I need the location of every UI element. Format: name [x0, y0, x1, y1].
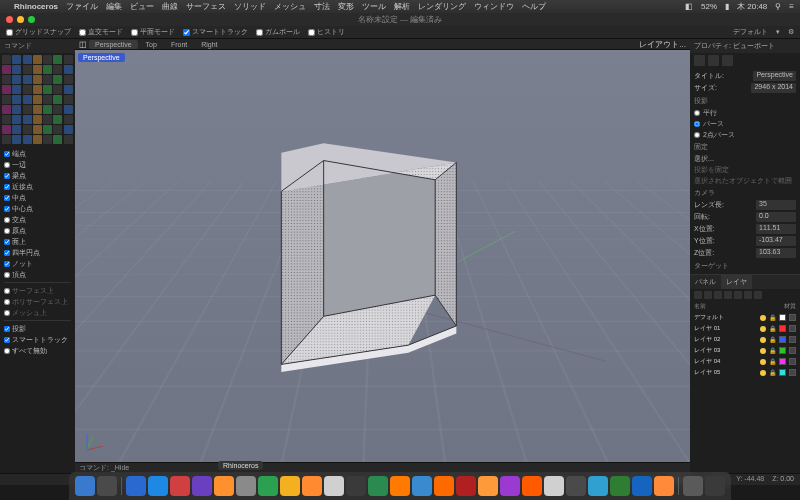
osnap-ex-1[interactable] [4, 299, 10, 305]
color-swatch[interactable] [779, 325, 786, 332]
menu-window[interactable]: ウィンドウ [474, 1, 514, 12]
tab-front[interactable]: Front [165, 40, 193, 49]
osnap-b-0[interactable] [4, 326, 10, 332]
tool-button[interactable] [64, 135, 73, 144]
props-tab-icon[interactable] [722, 55, 733, 66]
tool-button[interactable] [53, 55, 62, 64]
tool-button[interactable] [23, 75, 32, 84]
tool-button[interactable] [23, 95, 32, 104]
tool-button[interactable] [2, 105, 11, 114]
osnap-11[interactable] [4, 272, 10, 278]
dock-app[interactable] [478, 476, 498, 496]
props-tab-icon[interactable] [708, 55, 719, 66]
color-swatch[interactable] [779, 347, 786, 354]
cam-field[interactable]: 103.63 [756, 248, 796, 258]
dock-app[interactable] [214, 476, 234, 496]
layer-tool-icon[interactable] [744, 291, 752, 299]
osnap-1[interactable] [4, 162, 10, 168]
tool-button[interactable] [43, 135, 52, 144]
search-icon[interactable]: ⚲ [775, 2, 781, 11]
gridsnap-toggle[interactable] [6, 29, 13, 36]
tool-button[interactable] [12, 95, 21, 104]
tool-button[interactable] [2, 55, 11, 64]
app-menu[interactable]: Rhinoceros [14, 2, 58, 11]
history-toggle[interactable] [308, 29, 315, 36]
dock-app[interactable] [324, 476, 344, 496]
dock-app[interactable] [192, 476, 212, 496]
tool-button[interactable] [23, 125, 32, 134]
tool-button[interactable] [53, 85, 62, 94]
material-swatch[interactable] [789, 369, 796, 376]
menu-transform[interactable]: 変形 [338, 1, 354, 12]
osnap-5[interactable] [4, 206, 10, 212]
panel-tab[interactable]: パネル [690, 275, 721, 289]
dock-app[interactable] [683, 476, 703, 496]
osnap-10[interactable] [4, 261, 10, 267]
viewport-label[interactable]: Perspective [78, 53, 125, 62]
proj-parallel[interactable] [694, 110, 700, 116]
menu-help[interactable]: ヘルプ [522, 1, 546, 12]
dock-app[interactable] [126, 476, 146, 496]
menu-curve[interactable]: 曲線 [162, 1, 178, 12]
dock-app[interactable] [280, 476, 300, 496]
menu-dim[interactable]: 寸法 [314, 1, 330, 12]
layer-row[interactable]: レイヤ 04🔒 [690, 356, 800, 367]
layer-tool-icon[interactable] [704, 291, 712, 299]
tab-right[interactable]: Right [195, 40, 223, 49]
tool-button[interactable] [2, 65, 11, 74]
color-swatch[interactable] [779, 369, 786, 376]
color-swatch[interactable] [779, 314, 786, 321]
cube-object[interactable] [260, 124, 470, 374]
tool-button[interactable] [43, 85, 52, 94]
tool-button[interactable] [43, 105, 52, 114]
tool-button[interactable] [64, 75, 73, 84]
menu-tools[interactable]: ツール [362, 1, 386, 12]
osnap-6[interactable] [4, 217, 10, 223]
tool-button[interactable] [23, 115, 32, 124]
material-swatch[interactable] [789, 336, 796, 343]
props-tab-icon[interactable] [694, 55, 705, 66]
lock-select[interactable]: 選択... [694, 154, 714, 164]
tool-button[interactable] [12, 75, 21, 84]
lock-icon[interactable]: 🔒 [769, 336, 776, 343]
viewport[interactable]: Perspective [75, 50, 690, 462]
minimize-button[interactable] [17, 16, 24, 23]
color-swatch[interactable] [779, 336, 786, 343]
material-swatch[interactable] [789, 358, 796, 365]
tool-button[interactable] [53, 135, 62, 144]
lock-icon[interactable]: 🔒 [769, 358, 776, 365]
proj-perspective[interactable] [694, 121, 700, 127]
tool-button[interactable] [33, 95, 42, 104]
dock-app[interactable] [170, 476, 190, 496]
tool-button[interactable] [23, 55, 32, 64]
cam-field[interactable]: 0.0 [756, 212, 796, 222]
menu-render[interactable]: レンダリング [418, 1, 466, 12]
layer-row[interactable]: レイヤ 05🔒 [690, 367, 800, 378]
material-swatch[interactable] [789, 347, 796, 354]
proj-2pt[interactable] [694, 132, 700, 138]
dock-app[interactable] [75, 476, 95, 496]
osnap-ex-0[interactable] [4, 288, 10, 294]
osnap-disable[interactable] [4, 348, 10, 354]
layer-tool-icon[interactable] [714, 291, 722, 299]
bulb-icon[interactable] [760, 359, 766, 365]
osnap-b-1[interactable] [4, 337, 10, 343]
menu-mesh[interactable]: メッシュ [274, 1, 306, 12]
tool-button[interactable] [23, 85, 32, 94]
dock-app[interactable] [544, 476, 564, 496]
tool-button[interactable] [12, 105, 21, 114]
menu-view[interactable]: ビュー [130, 1, 154, 12]
layer-tool-icon[interactable] [734, 291, 742, 299]
tool-button[interactable] [33, 135, 42, 144]
dock-app[interactable] [588, 476, 608, 496]
gear-icon[interactable]: ⚙ [788, 28, 794, 36]
menu-solid[interactable]: ソリッド [234, 1, 266, 12]
dock-app[interactable] [390, 476, 410, 496]
tool-button[interactable] [53, 65, 62, 74]
gumball-toggle[interactable] [256, 29, 263, 36]
clock[interactable]: 木 20:48 [737, 1, 767, 12]
tool-button[interactable] [23, 65, 32, 74]
osnap-4[interactable] [4, 195, 10, 201]
tool-button[interactable] [33, 125, 42, 134]
osnap-8[interactable] [4, 239, 10, 245]
